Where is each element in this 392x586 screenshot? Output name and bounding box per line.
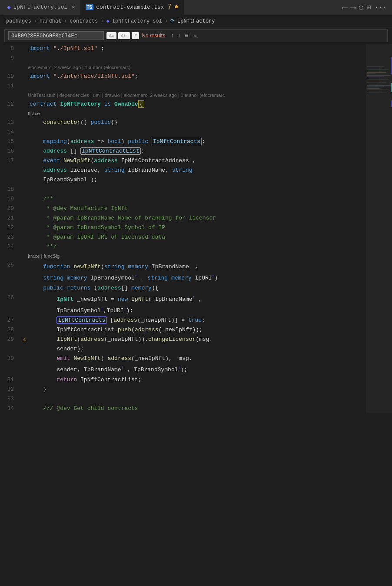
tab-label-2: contract-example.tsx — [96, 4, 164, 10]
line-content-8: import "./IpNft.sol" ; — [28, 44, 364, 53]
tab-ipnftfactory[interactable]: ◆ IpNftFactory.sol ✕ — [2, 0, 80, 15]
tab-contract-example[interactable]: TS contract-example.tsx 7 ● — [80, 0, 184, 15]
tab-close-1[interactable]: ✕ — [72, 4, 75, 10]
line-num-8: 8 — [0, 44, 21, 53]
svg-rect-0 — [367, 67, 384, 67]
ts-icon: TS — [86, 4, 94, 10]
find-next-button[interactable]: ↓ — [177, 31, 182, 40]
svg-rect-11 — [367, 82, 386, 83]
svg-rect-1 — [367, 68, 380, 68]
breadcrumb-symbol-icon: ⟳ — [170, 18, 175, 24]
code-line-25c: public returns (address[] memory){ — [0, 283, 364, 293]
code-line-22: 22 * @param IpBrandSymbol Symbol of IP — [0, 223, 364, 233]
more-icon[interactable]: ··· — [374, 3, 387, 11]
code-line-23: 23 * @param IpURI URI of licensed data — [0, 233, 364, 242]
find-case-sensitive[interactable]: Aa — [106, 32, 116, 39]
svg-rect-3 — [367, 71, 382, 71]
minimap[interactable] — [366, 44, 392, 413]
breadcrumb-packages[interactable]: packages — [6, 18, 31, 24]
code-line-13: 13 constructor() public{} — [0, 118, 364, 127]
code-line-15: 15 mapping(address => bool) public IpNft… — [0, 137, 364, 146]
code-line-25: 25 function newIpNft(string memory IpBra… — [0, 260, 364, 272]
svg-rect-13 — [367, 85, 391, 86]
ftrace-label-2: ftrace | funcSig — [0, 252, 364, 260]
blame-line-2: UnitTest stub | dependencies | uml | dra… — [0, 91, 364, 100]
code-line-32: 32 } — [0, 385, 364, 394]
code-line-25b: string memory IpBrandSymbol↑ , string me… — [0, 272, 364, 283]
svg-rect-19 — [367, 94, 375, 94]
svg-rect-9 — [367, 80, 389, 80]
code-line-20: 20 * @dev Manufacture IpNft — [0, 204, 364, 213]
tab-bar: ◆ IpNftFactory.sol ✕ TS contract-example… — [0, 0, 392, 15]
find-input[interactable] — [8, 31, 104, 40]
tab-label-1: IpNftFactory.sol — [13, 4, 67, 10]
unsaved-dot: 7 — [167, 3, 172, 10]
code-line-26: 26 IpNft _newIpNft = new IpNft( IpBrandN… — [0, 293, 364, 304]
code-line-17c: IpBrandSymbol ); — [0, 175, 364, 185]
code-line-18: 18 — [0, 185, 364, 194]
split-icon[interactable]: ◯ — [359, 3, 363, 12]
svg-rect-14 — [367, 87, 384, 87]
svg-rect-15 — [367, 88, 380, 89]
svg-rect-10 — [367, 81, 382, 81]
blame-line-1: elocremarc, 2 weeks ago | 1 author (eloc… — [0, 63, 364, 72]
find-bar: Aa Ab| .* No results ↑ ↓ ≡ ✕ — [4, 29, 388, 42]
code-line-12: 12 contract IpNftFactory is Ownable{ — [0, 100, 364, 109]
breadcrumb-hardhat[interactable]: hardhat — [40, 18, 61, 24]
code-line-30b: sender, IpBrandName↑ , IpBrandSymbol↑); — [0, 363, 364, 375]
breadcrumb-eth-icon: ◆ — [106, 18, 109, 24]
find-close-button[interactable]: ✕ — [193, 32, 197, 40]
find-nav: ↑ ↓ ≡ — [169, 31, 189, 40]
find-no-results: No results — [142, 33, 165, 39]
navigate-back-icon[interactable]: ⟵ — [342, 3, 347, 12]
code-line-14: 14 — [0, 127, 364, 137]
code-line-33: 33 — [0, 394, 364, 404]
ftrace-label-1: ftrace — [0, 109, 364, 118]
find-options: Aa Ab| .* — [106, 32, 139, 39]
code-line-31: 31 return IpNftContractList; — [0, 375, 364, 385]
warning-gutter-29: ⚠ — [21, 335, 28, 344]
find-regex[interactable]: .* — [132, 32, 139, 39]
editor-actions: ⟵ ⟶ ◯ ⊞ ··· — [339, 3, 390, 12]
code-area: 8 import "./IpNft.sol" ; 9 elocremarc, 2… — [0, 44, 392, 413]
code-line-10: 10 import "./interface/IIpNft.sol"; — [0, 72, 364, 81]
svg-rect-16 — [367, 90, 389, 90]
breadcrumb-file[interactable]: IpNftFactory.sol — [112, 18, 162, 24]
eth-icon: ◆ — [7, 3, 10, 11]
breadcrumb-contracts[interactable]: contracts — [70, 18, 98, 24]
breadcrumb-symbol[interactable]: IpNftFactory — [177, 18, 215, 24]
find-whole-word[interactable]: Ab| — [118, 32, 130, 39]
svg-rect-12 — [367, 84, 378, 84]
code-line-30: 30 emit NewIpNft( address(_newIpNft), ms… — [0, 354, 364, 363]
breadcrumb: packages › hardhat › contracts › ◆ IpNft… — [0, 15, 392, 27]
svg-rect-17 — [367, 91, 382, 91]
svg-rect-7 — [367, 77, 384, 77]
code-line-29b: sender); — [0, 344, 364, 354]
code-line-8: 8 import "./IpNft.sol" ; — [0, 44, 364, 53]
code-line-17b: address licensee, string IpBrandName, st… — [0, 166, 364, 175]
code-line-28: 28 IpNftContractList.push(address(_newIp… — [0, 325, 364, 335]
code-line-16: 16 address [] IpNftContractList; — [0, 146, 364, 156]
navigate-forward-icon[interactable]: ⟶ — [351, 3, 355, 12]
modified-dot: ● — [174, 3, 179, 10]
code-line-26b: IpBrandSymbol↑,IpURI↑); — [0, 304, 364, 316]
code-line-21: 21 * @param IpBrandName Name of branding… — [0, 213, 364, 223]
svg-rect-5 — [367, 73, 375, 74]
editor-area: 8 import "./IpNft.sol" ; 9 elocremarc, 2… — [0, 44, 392, 413]
find-prev-button[interactable]: ↑ — [169, 31, 175, 40]
svg-rect-4 — [367, 72, 386, 73]
svg-rect-2 — [367, 70, 389, 70]
code-line-17: 17 event NewIpNft(address IpNftContractA… — [0, 156, 364, 166]
svg-rect-18 — [367, 93, 386, 93]
code-line-19: 19 /** — [0, 194, 364, 204]
code-line-34: 34 /// @dev Get child contracts — [0, 404, 364, 413]
layout-icon[interactable]: ⊞ — [367, 3, 371, 12]
svg-rect-6 — [367, 75, 391, 76]
code-line-29: 29 ⚠ IIpNft(address(_newIpNft)).changeLi… — [0, 335, 364, 344]
svg-rect-8 — [367, 78, 380, 78]
code-line-9: 9 — [0, 53, 364, 63]
code-line-27: 27 IpNftContracts [address(_newIpNft)] =… — [0, 316, 364, 325]
code-line-24: 24 **/ — [0, 242, 364, 252]
find-list-button[interactable]: ≡ — [184, 31, 189, 40]
code-line-11: 11 — [0, 81, 364, 91]
